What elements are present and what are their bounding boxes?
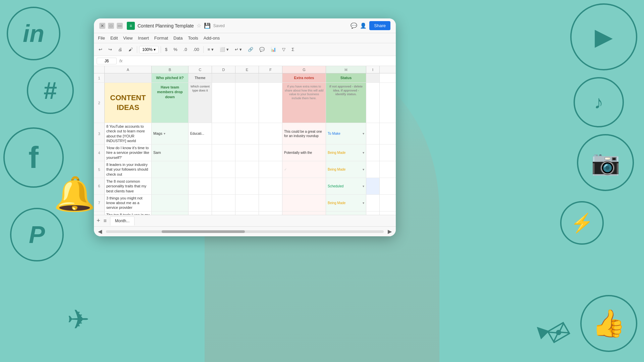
formula-input[interactable] <box>125 58 393 63</box>
edit-menu[interactable]: Edit <box>110 36 118 41</box>
cell-2i[interactable] <box>366 83 380 123</box>
view-menu[interactable]: View <box>123 36 132 41</box>
cell-8d[interactable] <box>212 212 235 215</box>
sheet-tab-month[interactable]: Month... <box>110 216 135 226</box>
cell-7h-status[interactable]: Being Made ▾ <box>326 195 366 211</box>
cell-7a[interactable]: 3 things you might not know about me as … <box>105 195 152 211</box>
col-header-b[interactable]: B <box>152 66 189 73</box>
cell-7c[interactable] <box>189 195 212 211</box>
cell-7g[interactable] <box>282 195 326 211</box>
cell-8b[interactable] <box>152 212 189 215</box>
list-sheets-button[interactable]: ≡ <box>104 218 107 224</box>
cell-2d[interactable] <box>212 83 235 123</box>
cell-5i[interactable] <box>366 161 380 178</box>
cell-3i[interactable] <box>366 123 380 144</box>
cell-8f[interactable] <box>259 212 282 215</box>
cell-5a[interactable]: 8 leaders in your industry that your fol… <box>105 161 152 178</box>
star-icon[interactable]: ☆ <box>197 22 201 29</box>
decimal1-button[interactable]: .0 <box>181 46 189 53</box>
cell-reference[interactable] <box>97 58 117 64</box>
cell-7i[interactable] <box>366 195 380 211</box>
cell-1c[interactable]: Theme <box>189 73 212 82</box>
format-menu[interactable]: Format <box>154 36 168 41</box>
insert-menu[interactable]: Insert <box>138 36 149 41</box>
cell-1e[interactable] <box>235 73 259 82</box>
col-header-i[interactable]: I <box>366 66 380 73</box>
cell-3b[interactable]: Mags ▾ <box>152 123 189 144</box>
col-header-e[interactable]: E <box>235 66 259 73</box>
col-header-d[interactable]: D <box>212 66 235 73</box>
col-header-h[interactable]: H <box>326 66 366 73</box>
cell-3d[interactable] <box>212 123 235 144</box>
cell-7e[interactable] <box>235 195 259 211</box>
currency-button[interactable]: $ <box>163 46 169 53</box>
cell-7d[interactable] <box>212 195 235 211</box>
cell-2e[interactable] <box>235 83 259 123</box>
cell-2h-status[interactable]: If not approved - delete idea. If approv… <box>326 83 366 123</box>
col-header-c[interactable]: C <box>189 66 212 73</box>
col-header-g[interactable]: G <box>282 66 326 73</box>
share-icon[interactable]: 👤 <box>360 22 367 29</box>
cell-6d[interactable] <box>212 178 235 194</box>
status-chevron[interactable]: ▾ <box>363 184 364 188</box>
cell-5c[interactable] <box>189 161 212 178</box>
file-menu[interactable]: File <box>98 36 105 41</box>
redo-button[interactable]: ↪ <box>106 46 114 53</box>
zoom-selector[interactable]: 100% ▾ <box>139 46 159 53</box>
cell-3e[interactable] <box>235 123 259 144</box>
cell-5d[interactable] <box>212 161 235 178</box>
align-button[interactable]: ≡ ▾ <box>206 46 216 53</box>
cell-2c-theme[interactable]: Which content type does it <box>189 83 212 123</box>
cell-4c[interactable] <box>189 144 212 161</box>
status-dropdown[interactable]: Scheduled ▾ <box>328 184 364 188</box>
col-header-a[interactable]: A <box>105 66 152 73</box>
cell-7b[interactable] <box>152 195 189 211</box>
sigma-button[interactable]: Σ <box>289 46 296 53</box>
cell-1f[interactable] <box>259 73 282 82</box>
cell-1i[interactable] <box>366 73 380 82</box>
cell-6e[interactable] <box>235 178 259 194</box>
minimize-button[interactable]: — <box>117 23 123 29</box>
wrap-button[interactable]: ↵ ▾ <box>233 46 244 53</box>
cell-1g[interactable]: Extra notes <box>282 73 326 82</box>
scroll-right[interactable]: ▶ <box>388 228 392 235</box>
cell-1h[interactable]: Status <box>326 73 366 82</box>
cell-3h-status[interactable]: To Make ▾ <box>326 123 366 144</box>
col-header-f[interactable]: F <box>259 66 282 73</box>
cell-2g-extra-notes[interactable]: If you have extra notes to share about h… <box>282 83 326 123</box>
cell-8e[interactable] <box>235 212 259 215</box>
status-dropdown[interactable]: Being Made ▾ <box>328 150 364 155</box>
status-dropdown[interactable]: Being Made ▾ <box>328 201 364 205</box>
cell-4g-potentially[interactable]: Potentially with the <box>282 144 326 161</box>
cell-5h-status[interactable]: Being Made ▾ <box>326 161 366 178</box>
cell-5e[interactable] <box>235 161 259 178</box>
tools-menu[interactable]: Tools <box>188 36 198 41</box>
cell-8h-status[interactable]: ▾ <box>326 212 366 215</box>
cell-2b-who-pitched[interactable]: Have team members drop down <box>152 83 189 123</box>
close-button[interactable]: ✕ <box>99 23 105 29</box>
status-chevron[interactable]: ▾ <box>363 167 364 172</box>
cell-6i[interactable] <box>366 178 380 194</box>
add-sheet-button[interactable]: + <box>97 217 100 224</box>
addons-menu[interactable]: Add-ons <box>204 36 220 41</box>
cell-4h-status[interactable]: Being Made ▾ <box>326 144 366 161</box>
maximize-button[interactable]: □ <box>108 23 114 29</box>
cell-2a-content-ideas[interactable]: CONTENT IDEAS <box>105 83 152 123</box>
paint-button[interactable]: 🖌 <box>126 46 135 53</box>
cell-8a[interactable]: The top 8 tools I use in my service-base… <box>105 212 152 215</box>
cell-6f[interactable] <box>259 178 282 194</box>
cell-3a[interactable]: 8 YouTube accounts to check out to learn… <box>105 123 152 144</box>
cell-5f[interactable] <box>259 161 282 178</box>
cell-3f[interactable] <box>259 123 282 144</box>
cell-1d[interactable] <box>212 73 235 82</box>
cell-6c[interactable] <box>189 178 212 194</box>
cell-2f[interactable] <box>259 83 282 123</box>
cell-8i[interactable] <box>366 212 380 215</box>
filter-button[interactable]: ▽ <box>280 46 287 53</box>
percent-button[interactable]: % <box>171 46 179 53</box>
cell-3g-roundup[interactable]: This could be a great one for an industr… <box>282 123 326 144</box>
cell-5g[interactable]: ✓ <box>282 161 326 178</box>
cell-4f[interactable] <box>259 144 282 161</box>
cell-8c[interactable] <box>189 212 212 215</box>
cell-1a[interactable] <box>105 73 152 82</box>
